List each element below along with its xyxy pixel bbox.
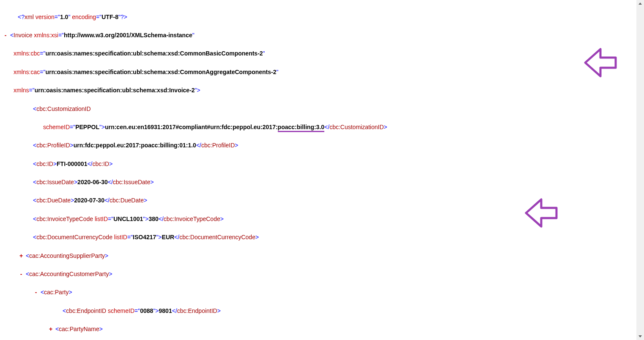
party-open: - <cac:Party> bbox=[9, 288, 644, 297]
invoice-open: - <Invoice xmlns:xsi="http://www.w3.org/… bbox=[9, 31, 644, 40]
profile-id: <cbc:ProfileID>urn:fdc:peppol.eu:2017:po… bbox=[9, 141, 644, 150]
xml-declaration: <?xml version="1.0" encoding="UTF-8"?> bbox=[9, 13, 644, 22]
customization-open: <cbc:CustomizationID bbox=[9, 105, 644, 114]
xml-viewer: <?xml version="1.0" encoding="UTF-8"?> -… bbox=[0, 0, 644, 340]
collapse-toggle[interactable]: - bbox=[33, 288, 39, 297]
issue-date: <cbc:IssueDate>2020-06-30</cbc:IssueDate… bbox=[9, 178, 644, 187]
cbc-id: <cbc:ID>FTI-000001</cbc:ID> bbox=[9, 160, 644, 169]
collapse-toggle[interactable]: - bbox=[3, 31, 8, 40]
customer-party-open: - <cac:AccountingCustomerParty> bbox=[9, 270, 644, 279]
collapse-toggle[interactable]: - bbox=[18, 270, 24, 279]
party-name: + <cac:PartyName> bbox=[9, 325, 644, 334]
highlighted-value: poacc:billing:3.0 bbox=[278, 124, 324, 132]
invoice-ns-cac: xmlns:cac="urn:oasis:names:specification… bbox=[9, 68, 644, 77]
currency-code: <cbc:DocumentCurrencyCode listID="ISO421… bbox=[9, 233, 644, 242]
expand-toggle[interactable]: + bbox=[18, 252, 24, 261]
scroll-up-icon[interactable] bbox=[636, 0, 644, 8]
scroll-down-icon[interactable] bbox=[636, 332, 644, 340]
expand-toggle[interactable]: + bbox=[48, 325, 54, 334]
annotation-arrow-icon bbox=[584, 46, 617, 80]
xml-content: <?xml version="1.0" encoding="UTF-8"?> -… bbox=[0, 0, 644, 340]
invoice-ns-cbc: xmlns:cbc="urn:oasis:names:specification… bbox=[9, 49, 644, 58]
vertical-scrollbar[interactable] bbox=[636, 0, 644, 340]
endpoint-id: <cbc:EndpointID schemeID="0088">9801</cb… bbox=[9, 307, 644, 316]
invoice-ns-default: xmlns="urn:oasis:names:specification:ubl… bbox=[9, 86, 644, 95]
customization-body: schemeID="PEPPOL">urn:cen.eu:en16931:201… bbox=[9, 123, 644, 132]
supplier-party: + <cac:AccountingSupplierParty> bbox=[9, 252, 644, 261]
annotation-arrow-icon bbox=[524, 196, 558, 230]
